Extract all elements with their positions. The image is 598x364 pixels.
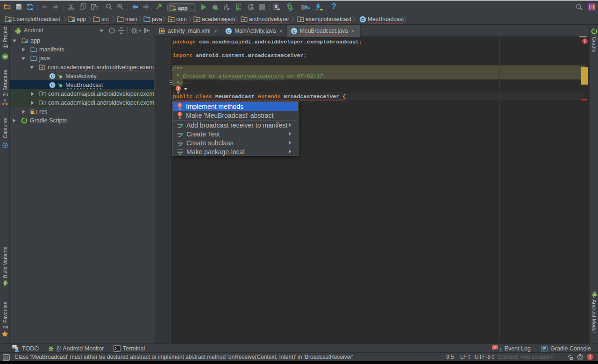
svg-text:C: C [227, 29, 230, 34]
svg-text:C: C [51, 83, 54, 87]
svg-text:C: C [51, 74, 54, 79]
svg-text:C: C [361, 17, 364, 22]
svg-text:C: C [292, 29, 296, 34]
